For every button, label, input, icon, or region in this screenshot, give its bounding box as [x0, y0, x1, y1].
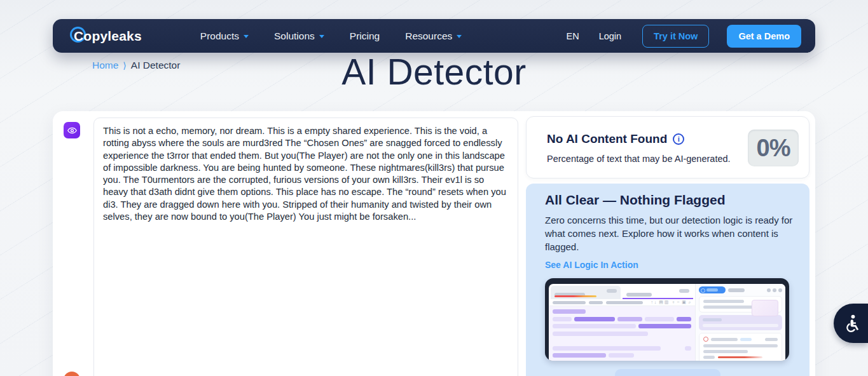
- nav-menu: Products Solutions Pricing Resources: [200, 30, 462, 42]
- mockup-document: [549, 306, 695, 361]
- language-selector[interactable]: EN: [566, 31, 579, 41]
- mockup-tab: [551, 286, 621, 299]
- try-another-text-button[interactable]: Try Another Text: [615, 369, 720, 376]
- all-clear-card: All Clear — Nothing Flagged Zero concern…: [526, 184, 809, 376]
- accessibility-icon: [841, 313, 861, 333]
- all-clear-body: Zero concerns this time, but our detecti…: [545, 213, 794, 253]
- mockup-summary-card: [699, 296, 782, 312]
- get-a-demo-button[interactable]: Get a Demo: [727, 25, 801, 48]
- nav-item-resources[interactable]: Resources: [405, 30, 462, 42]
- page-title: AI Detector: [0, 51, 868, 93]
- eye-icon: [67, 125, 78, 136]
- chevron-down-icon: [244, 35, 249, 38]
- mockup-header: [699, 286, 782, 293]
- results-card: No AI Content Found i Percentage of text…: [526, 116, 809, 178]
- breadcrumb-current: AI Detector: [131, 60, 181, 71]
- results-caption: Percentage of text that may be AI-genera…: [547, 154, 731, 164]
- login-link[interactable]: Login: [599, 31, 621, 41]
- accessibility-widget-button[interactable]: [834, 304, 868, 343]
- copyleaks-logo[interactable]: Copyleaks: [74, 29, 142, 44]
- see-ai-logic-link[interactable]: See AI Logic In Action: [545, 260, 638, 270]
- breadcrumb-home-link[interactable]: Home: [92, 60, 118, 71]
- chevron-down-icon: [457, 35, 462, 38]
- plagiarism-tool-icon[interactable]: [64, 372, 80, 376]
- top-navbar: Copyleaks Products Solutions Pricing Res…: [53, 19, 815, 53]
- mockup-toolbar: ↑ ↓ ▤ ▥ ＋ − ▣ ⌕: [549, 299, 695, 306]
- all-clear-heading: All Clear — Nothing Flagged: [545, 192, 790, 208]
- breadcrumb-separator-icon: ⟩: [123, 60, 126, 70]
- results-heading: No AI Content Found: [547, 132, 667, 146]
- breadcrumb: Home ⟩ AI Detector: [92, 60, 180, 71]
- chevron-down-icon: [319, 35, 324, 38]
- info-icon[interactable]: i: [673, 133, 684, 145]
- detector-text-input[interactable]: This is not a echo, memory, nor dream. T…: [93, 117, 518, 376]
- ai-score-badge: 0%: [748, 130, 799, 166]
- nav-item-solutions[interactable]: Solutions: [274, 30, 324, 42]
- nav-actions: EN Login Try it Now Get a Demo: [566, 25, 801, 48]
- mockup-result-card: [699, 333, 782, 361]
- ai-detector-eye-icon[interactable]: [64, 122, 80, 138]
- results-heading-row: No AI Content Found i: [547, 132, 684, 146]
- try-it-now-button[interactable]: Try it Now: [642, 25, 709, 48]
- nav-item-products[interactable]: Products: [200, 30, 249, 42]
- mockup-scan-button: [699, 286, 726, 293]
- mockup-section-card: [699, 315, 782, 330]
- ai-detector-card: This is not a echo, memory, nor dream. T…: [53, 111, 815, 376]
- copyleaks-logo-text: Copyleaks: [74, 29, 142, 44]
- detector-preview-mockup: ↑ ↓ ▤ ▥ ＋ − ▣ ⌕: [545, 278, 789, 361]
- mockup-tab-active: [623, 286, 692, 299]
- nav-item-pricing[interactable]: Pricing: [350, 30, 380, 42]
